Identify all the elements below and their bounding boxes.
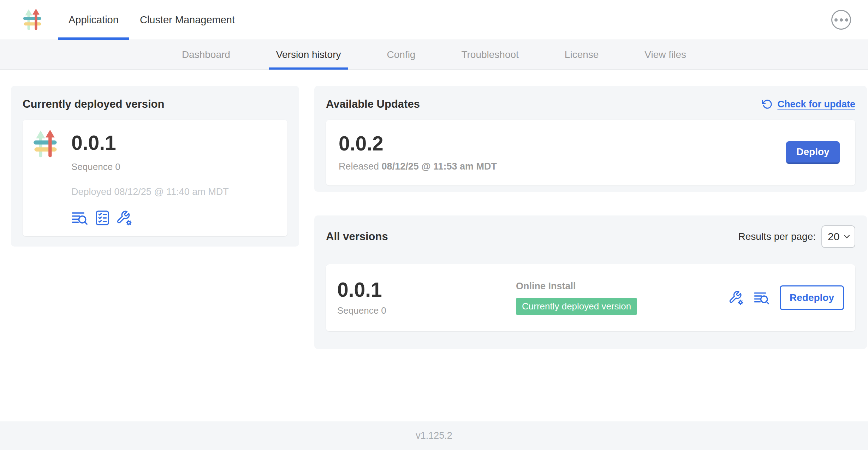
results-per-page: Results per page: 20 [738, 225, 855, 248]
app-header: Application Cluster Management [0, 0, 868, 40]
results-per-page-value: 20 [828, 231, 839, 243]
update-released-timestamp: Released 08/12/25 @ 11:53 am MDT [339, 161, 497, 172]
release-notes-icon[interactable] [754, 291, 770, 305]
update-row: 0.0.2 Released 08/12/25 @ 11:53 am MDT D… [326, 120, 855, 185]
edit-config-icon[interactable] [729, 290, 744, 305]
deployed-timestamp: Deployed 08/12/25 @ 11:40 am MDT [71, 186, 229, 197]
currently-deployed-title: Currently deployed version [23, 98, 287, 111]
app-logo-icon [33, 129, 58, 159]
tab-license[interactable]: License [558, 40, 606, 70]
release-notes-icon[interactable] [71, 211, 88, 225]
tab-application-label: Application [69, 14, 119, 26]
console-version: v1.125.2 [416, 430, 452, 441]
install-type-label: Online Install [516, 281, 637, 292]
preflight-checks-icon[interactable] [95, 210, 109, 226]
app-subnav: Dashboard Version history Config Trouble… [0, 40, 868, 70]
version-row: 0.0.1 Sequence 0 Online Install Currentl… [326, 264, 855, 331]
all-versions-card: All versions Results per page: 20 0.0.1 … [314, 215, 867, 349]
update-version-number: 0.0.2 [339, 133, 497, 154]
tab-dashboard[interactable]: Dashboard [175, 40, 237, 70]
main-content: Currently deployed version 0.0.1 Sequenc… [0, 70, 868, 421]
available-updates-title: Available Updates [326, 98, 420, 111]
deployed-version-panel: 0.0.1 Sequence 0 Deployed 08/12/25 @ 11:… [23, 120, 287, 236]
all-versions-title: All versions [326, 230, 388, 243]
currently-deployed-badge: Currently deployed version [516, 298, 637, 315]
version-row-details: 0.0.1 Sequence 0 [337, 279, 516, 316]
tab-version-history[interactable]: Version history [269, 40, 348, 70]
currently-deployed-card: Currently deployed version 0.0.1 Sequenc… [11, 86, 299, 247]
available-updates-header: Available Updates Check for update [326, 98, 855, 111]
row-sequence: Sequence 0 [337, 305, 516, 316]
tab-config[interactable]: Config [380, 40, 423, 70]
deployed-version-number: 0.0.1 [71, 132, 229, 153]
check-for-update-link[interactable]: Check for update [762, 99, 855, 110]
redeploy-button[interactable]: Redeploy [780, 285, 844, 310]
version-row-status: Online Install Currently deployed versio… [516, 281, 637, 315]
tab-view-files[interactable]: View files [637, 40, 693, 70]
deployed-sequence: Sequence 0 [71, 161, 229, 172]
tab-application[interactable]: Application [58, 0, 129, 40]
deploy-button[interactable]: Deploy [786, 141, 840, 164]
available-updates-card: Available Updates Check for update 0.0.2… [314, 86, 867, 192]
row-version-number: 0.0.1 [337, 279, 516, 300]
refresh-icon [762, 99, 773, 109]
chevron-down-icon [844, 235, 850, 239]
header-tabs: Application Cluster Management [58, 0, 245, 40]
tab-cluster-management-label: Cluster Management [140, 14, 235, 26]
version-row-actions: Redeploy [729, 285, 844, 310]
tab-cluster-management[interactable]: Cluster Management [129, 0, 245, 40]
overflow-menu-button[interactable] [831, 10, 851, 30]
right-column: Available Updates Check for update 0.0.2… [314, 86, 867, 349]
tab-troubleshoot[interactable]: Troubleshoot [454, 40, 525, 70]
results-per-page-select[interactable]: 20 [821, 225, 855, 248]
deployed-action-icons [71, 210, 229, 226]
results-per-page-label: Results per page: [738, 231, 816, 242]
all-versions-header: All versions Results per page: 20 [326, 225, 855, 248]
update-details: 0.0.2 Released 08/12/25 @ 11:53 am MDT [339, 133, 497, 172]
ellipsis-icon [834, 18, 838, 22]
app-logo-icon [23, 8, 42, 31]
edit-config-icon[interactable] [117, 210, 132, 226]
check-for-update-label: Check for update [777, 99, 855, 110]
deployed-version-details: 0.0.1 Sequence 0 Deployed 08/12/25 @ 11:… [71, 129, 229, 227]
page-footer: v1.125.2 [0, 421, 868, 450]
